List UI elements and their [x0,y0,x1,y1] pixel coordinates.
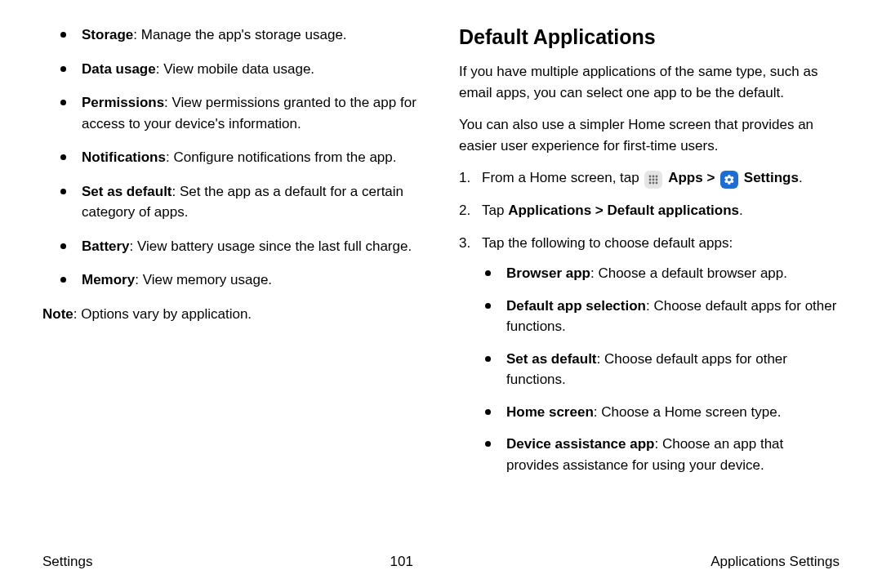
list-item: Storage: Manage the app's storage usage. [60,24,423,46]
apps-icon [644,171,662,189]
section-title: Default Applications [459,24,840,50]
note-text: : Options vary by application. [74,306,252,322]
svg-point-2 [656,176,658,178]
step-item: Tap the following to choose default apps… [459,233,840,476]
list-item: Home screen: Choose a Home screen type. [485,402,840,423]
svg-point-8 [656,182,658,185]
list-item: Memory: View memory usage. [60,270,423,291]
list-item: Device assistance app: Choose an app tha… [485,434,840,475]
two-column-layout: Storage: Manage the app's storage usage.… [42,24,840,547]
left-column: Storage: Manage the app's storage usage.… [42,24,423,547]
list-item: Browser app: Choose a default browser ap… [485,263,840,284]
svg-point-0 [649,176,652,178]
svg-point-7 [653,182,655,185]
step-suffix: . [799,170,803,185]
step-text: Tap the following to choose default apps… [482,235,733,251]
footer-left: Settings [42,554,92,570]
term: Home screen [506,404,594,420]
term: Storage [82,27,133,42]
svg-point-3 [649,179,652,181]
step-text: Tap [482,203,508,218]
note-line: Note: Options vary by application. [42,304,423,325]
settings-icon [720,171,738,189]
list-item: Notifications: Configure notifications f… [60,147,423,168]
term: Permissions [82,95,164,110]
page: Storage: Manage the app's storage usage.… [0,0,882,588]
list-item: Default app selection: Choose default ap… [485,296,840,337]
term: Default app selection [506,298,646,314]
term: Battery [82,238,130,254]
app-options-list: Storage: Manage the app's storage usage.… [42,24,423,291]
desc: : Choose a default browser app. [590,265,787,281]
note-label: Note [42,306,74,322]
list-item: Battery: View battery usage since the la… [60,236,423,257]
footer-right: Applications Settings [710,554,840,570]
settings-label: Settings [744,170,799,185]
list-item: Data usage: View mobile data usage. [60,59,423,80]
page-number: 101 [390,554,413,570]
svg-point-4 [653,179,655,181]
desc: : View memory usage. [135,272,272,287]
step-item: From a Home screen, tap Apps > Settings. [459,167,840,189]
step-suffix: . [739,203,743,218]
separator: > [706,170,719,185]
intro-paragraph: If you have multiple applications of the… [459,61,840,103]
term: Data usage [82,61,156,77]
step-text: From a Home screen, tap [482,170,643,185]
page-footer: Settings 101 Applications Settings [42,547,840,570]
term: Memory [82,272,135,287]
desc: : Choose a Home screen type. [594,404,782,420]
term: Browser app [506,265,590,281]
desc: : View mobile data usage. [156,61,314,77]
desc: : Configure notifications from the app. [166,149,397,165]
desc: : Manage the app's storage usage. [133,27,346,42]
svg-point-1 [653,176,655,178]
term: Set as default [82,184,172,199]
list-item: Permissions: View permissions granted to… [60,92,423,134]
svg-point-6 [649,182,652,185]
apps-label: Apps [668,170,703,185]
term: Notifications [82,149,166,165]
steps-list: From a Home screen, tap Apps > Settings.… [459,167,840,475]
term: Device assistance app [506,436,654,452]
list-item: Set as default: Set the app as a default… [60,181,423,223]
desc: : View battery usage since the last full… [130,238,412,254]
step-item: Tap Applications > Default applications. [459,200,840,221]
list-item: Set as default: Choose default apps for … [485,349,840,390]
default-apps-list: Browser app: Choose a default browser ap… [482,263,840,475]
right-column: Default Applications If you have multipl… [459,24,840,547]
intro-paragraph: You can also use a simpler Home screen t… [459,114,840,156]
svg-point-5 [656,179,658,181]
step-bold: Applications > Default applications [508,203,739,218]
term: Set as default [506,351,597,367]
